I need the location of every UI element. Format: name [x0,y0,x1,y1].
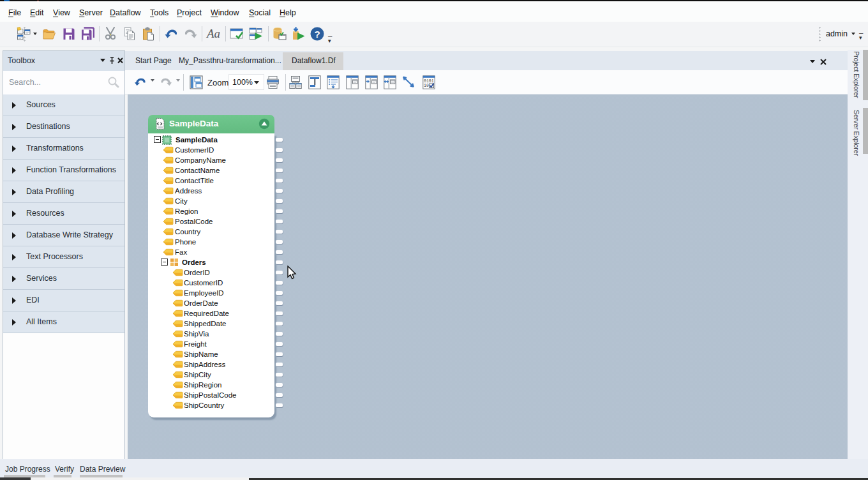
svg-text:10: 10 [424,84,429,88]
svg-text:?: ? [314,29,320,40]
svg-text:0101: 0101 [424,79,434,84]
